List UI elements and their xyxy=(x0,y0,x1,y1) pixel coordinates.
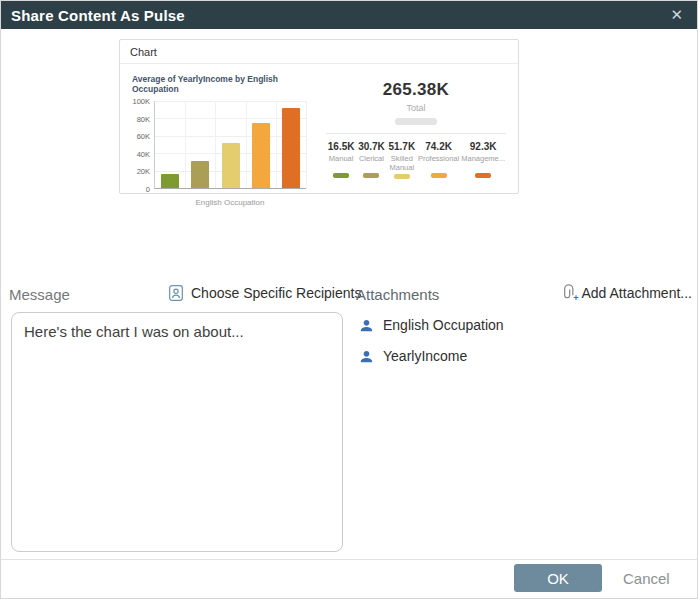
kpi-value: 92.3K xyxy=(461,141,505,152)
v-gridline xyxy=(276,101,277,188)
add-attachment-button[interactable]: + Add Attachment... xyxy=(560,284,692,302)
kpi-card: 51.7KSkilled Manual xyxy=(387,141,417,179)
kpi-value: 30.7K xyxy=(357,141,385,152)
choose-recipients-button[interactable]: Choose Specific Recipients xyxy=(168,284,361,302)
kpi-value: 16.5K xyxy=(327,141,355,152)
h-gridline xyxy=(155,101,306,102)
total-label: Total xyxy=(326,103,506,113)
chart-card-title: Chart xyxy=(120,40,518,64)
kpi-label: Manageme... xyxy=(461,155,505,171)
recipients-icon xyxy=(168,284,184,302)
kpi-card: 74.2KProfessional xyxy=(417,141,460,179)
v-gridline xyxy=(306,101,307,188)
paperclip-icon: + xyxy=(560,284,575,302)
x-axis-label: English Occupation xyxy=(154,198,306,207)
bar-skilled-manual xyxy=(222,143,240,188)
kpi-label: Manual xyxy=(327,155,355,171)
total-gauge-bar xyxy=(395,118,437,125)
attachment-item[interactable]: YearlyIncome xyxy=(359,348,504,364)
kpi-row: 16.5KManual30.7KClerical51.7KSkilled Man… xyxy=(326,141,506,179)
kpi-panel: 265.38K Total 16.5KManual30.7KClerical51… xyxy=(318,72,508,207)
person-icon xyxy=(359,318,374,333)
kpi-label: Professional xyxy=(418,155,459,171)
attachment-list: English OccupationYearlyIncome xyxy=(359,317,504,364)
attachment-name: YearlyIncome xyxy=(383,348,467,364)
kpi-value: 74.2K xyxy=(418,141,459,152)
chart-plot-area xyxy=(154,101,306,189)
y-tick-label: 100K xyxy=(132,97,150,106)
bar-management xyxy=(282,108,300,188)
v-gridline xyxy=(215,101,216,188)
close-icon[interactable]: ✕ xyxy=(670,5,683,25)
add-attachment-label: Add Attachment... xyxy=(581,285,692,301)
person-icon xyxy=(359,349,374,364)
message-label: Message xyxy=(9,286,70,303)
kpi-label: Skilled Manual xyxy=(388,155,416,172)
kpi-label: Clerical xyxy=(357,155,385,171)
message-input[interactable] xyxy=(11,312,343,552)
y-tick-label: 60K xyxy=(137,132,150,141)
kpi-value: 51.7K xyxy=(388,141,416,152)
attachment-item[interactable]: English Occupation xyxy=(359,317,504,333)
dialog-header: Share Content As Pulse ✕ xyxy=(1,1,697,29)
dialog-title: Share Content As Pulse xyxy=(1,7,185,24)
footer-divider xyxy=(1,559,697,560)
share-content-dialog: Share Content As Pulse ✕ Chart Average o… xyxy=(0,0,698,599)
kpi-card: 16.5KManual xyxy=(326,141,356,179)
attachment-name: English Occupation xyxy=(383,317,504,333)
kpi-card: 92.3KManageme... xyxy=(460,141,506,179)
bar-professional xyxy=(252,123,270,188)
kpi-card: 30.7KClerical xyxy=(356,141,386,179)
total-value: 265.38K xyxy=(326,80,506,100)
chart-card-body: Average of YearlyIncome by English Occup… xyxy=(120,64,518,213)
kpi-color-swatch xyxy=(333,173,349,178)
y-tick-label: 20K xyxy=(137,167,150,176)
bar-manual xyxy=(161,174,179,188)
v-gridline xyxy=(185,101,186,188)
attachments-label: Attachments xyxy=(356,286,439,303)
kpi-divider xyxy=(326,133,506,134)
kpi-color-swatch xyxy=(394,174,410,179)
choose-recipients-label: Choose Specific Recipients xyxy=(191,285,361,301)
v-gridline xyxy=(246,101,247,188)
bar-clerical xyxy=(191,161,209,188)
y-axis: 100K80K60K40K20K0 xyxy=(130,101,154,189)
chart-title: Average of YearlyIncome by English Occup… xyxy=(132,74,318,94)
y-tick-label: 80K xyxy=(137,114,150,123)
kpi-color-swatch xyxy=(363,173,379,178)
y-tick-label: 40K xyxy=(137,149,150,158)
kpi-color-swatch xyxy=(431,173,447,178)
kpi-color-swatch xyxy=(475,173,491,178)
plus-icon: + xyxy=(573,293,578,303)
cancel-button[interactable]: Cancel xyxy=(623,570,670,587)
chart-preview-card: Chart Average of YearlyIncome by English… xyxy=(119,39,519,194)
bar-chart: Average of YearlyIncome by English Occup… xyxy=(130,72,318,207)
ok-button[interactable]: OK xyxy=(514,564,602,592)
y-tick-label: 0 xyxy=(146,185,150,194)
